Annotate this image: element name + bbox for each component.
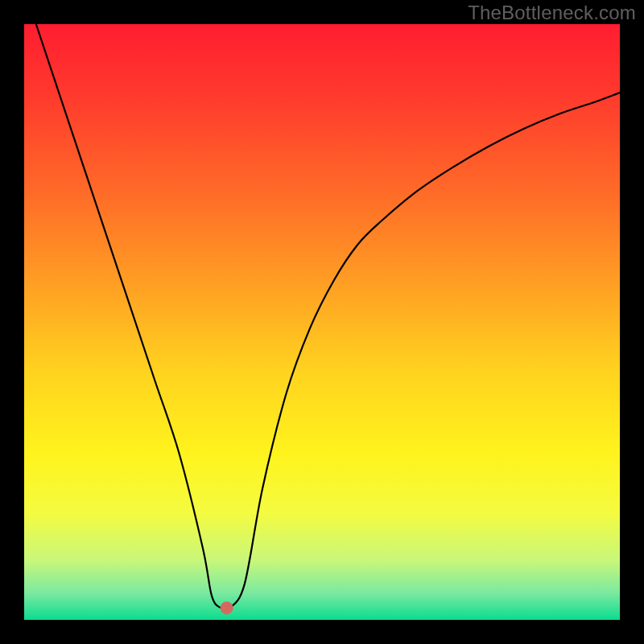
optimum-marker xyxy=(221,601,233,614)
svg-rect-3 xyxy=(0,24,24,620)
svg-rect-4 xyxy=(620,24,644,620)
watermark-text: TheBottleneck.com xyxy=(468,2,636,24)
bottleneck-chart xyxy=(0,0,644,644)
plot-background xyxy=(24,24,620,620)
svg-rect-2 xyxy=(0,620,644,644)
chart-container: TheBottleneck.com xyxy=(0,0,644,644)
